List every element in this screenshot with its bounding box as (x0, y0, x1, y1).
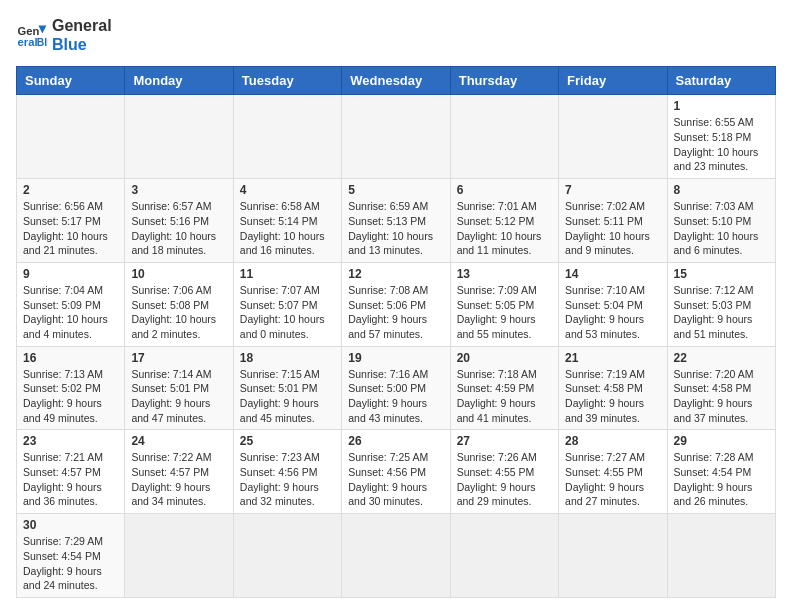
weekday-header: Friday (559, 67, 667, 95)
calendar-cell: 24Sunrise: 7:22 AM Sunset: 4:57 PM Dayli… (125, 430, 233, 514)
day-info: Sunrise: 6:56 AM Sunset: 5:17 PM Dayligh… (23, 199, 118, 258)
calendar-cell: 27Sunrise: 7:26 AM Sunset: 4:55 PM Dayli… (450, 430, 558, 514)
svg-text:eral: eral (18, 36, 38, 48)
calendar-cell: 25Sunrise: 7:23 AM Sunset: 4:56 PM Dayli… (233, 430, 341, 514)
calendar-week-row: 2Sunrise: 6:56 AM Sunset: 5:17 PM Daylig… (17, 179, 776, 263)
calendar-week-row: 16Sunrise: 7:13 AM Sunset: 5:02 PM Dayli… (17, 346, 776, 430)
day-info: Sunrise: 7:02 AM Sunset: 5:11 PM Dayligh… (565, 199, 660, 258)
day-number: 27 (457, 434, 552, 448)
day-number: 13 (457, 267, 552, 281)
calendar-cell (559, 95, 667, 179)
calendar-cell (125, 514, 233, 598)
day-info: Sunrise: 7:01 AM Sunset: 5:12 PM Dayligh… (457, 199, 552, 258)
calendar-week-row: 30Sunrise: 7:29 AM Sunset: 4:54 PM Dayli… (17, 514, 776, 598)
calendar-table: SundayMondayTuesdayWednesdayThursdayFrid… (16, 66, 776, 598)
calendar-cell: 19Sunrise: 7:16 AM Sunset: 5:00 PM Dayli… (342, 346, 450, 430)
calendar-cell: 11Sunrise: 7:07 AM Sunset: 5:07 PM Dayli… (233, 262, 341, 346)
day-number: 22 (674, 351, 769, 365)
header: Gen eral Blue General Blue (16, 16, 776, 54)
logo-general: General (52, 16, 112, 35)
day-info: Sunrise: 6:59 AM Sunset: 5:13 PM Dayligh… (348, 199, 443, 258)
day-info: Sunrise: 6:55 AM Sunset: 5:18 PM Dayligh… (674, 115, 769, 174)
day-number: 16 (23, 351, 118, 365)
logo-icon: Gen eral Blue (16, 19, 48, 51)
calendar-cell: 28Sunrise: 7:27 AM Sunset: 4:55 PM Dayli… (559, 430, 667, 514)
calendar-cell: 9Sunrise: 7:04 AM Sunset: 5:09 PM Daylig… (17, 262, 125, 346)
calendar-cell: 8Sunrise: 7:03 AM Sunset: 5:10 PM Daylig… (667, 179, 775, 263)
calendar-cell: 15Sunrise: 7:12 AM Sunset: 5:03 PM Dayli… (667, 262, 775, 346)
calendar-cell: 3Sunrise: 6:57 AM Sunset: 5:16 PM Daylig… (125, 179, 233, 263)
calendar-cell: 20Sunrise: 7:18 AM Sunset: 4:59 PM Dayli… (450, 346, 558, 430)
day-info: Sunrise: 6:57 AM Sunset: 5:16 PM Dayligh… (131, 199, 226, 258)
day-number: 2 (23, 183, 118, 197)
day-number: 19 (348, 351, 443, 365)
calendar-cell (342, 95, 450, 179)
day-info: Sunrise: 6:58 AM Sunset: 5:14 PM Dayligh… (240, 199, 335, 258)
day-number: 3 (131, 183, 226, 197)
calendar-cell: 16Sunrise: 7:13 AM Sunset: 5:02 PM Dayli… (17, 346, 125, 430)
calendar-cell (450, 95, 558, 179)
calendar-cell (450, 514, 558, 598)
calendar-cell: 26Sunrise: 7:25 AM Sunset: 4:56 PM Dayli… (342, 430, 450, 514)
calendar-cell: 5Sunrise: 6:59 AM Sunset: 5:13 PM Daylig… (342, 179, 450, 263)
calendar-cell (125, 95, 233, 179)
day-info: Sunrise: 7:12 AM Sunset: 5:03 PM Dayligh… (674, 283, 769, 342)
calendar-week-row: 23Sunrise: 7:21 AM Sunset: 4:57 PM Dayli… (17, 430, 776, 514)
svg-marker-2 (38, 26, 46, 34)
day-number: 30 (23, 518, 118, 532)
calendar-cell: 29Sunrise: 7:28 AM Sunset: 4:54 PM Dayli… (667, 430, 775, 514)
day-number: 5 (348, 183, 443, 197)
calendar-cell: 23Sunrise: 7:21 AM Sunset: 4:57 PM Dayli… (17, 430, 125, 514)
day-info: Sunrise: 7:16 AM Sunset: 5:00 PM Dayligh… (348, 367, 443, 426)
calendar-cell: 4Sunrise: 6:58 AM Sunset: 5:14 PM Daylig… (233, 179, 341, 263)
logo: Gen eral Blue General Blue (16, 16, 112, 54)
calendar-cell: 1Sunrise: 6:55 AM Sunset: 5:18 PM Daylig… (667, 95, 775, 179)
calendar-cell: 7Sunrise: 7:02 AM Sunset: 5:11 PM Daylig… (559, 179, 667, 263)
day-info: Sunrise: 7:19 AM Sunset: 4:58 PM Dayligh… (565, 367, 660, 426)
weekday-header: Saturday (667, 67, 775, 95)
day-number: 15 (674, 267, 769, 281)
day-info: Sunrise: 7:13 AM Sunset: 5:02 PM Dayligh… (23, 367, 118, 426)
calendar-week-row: 9Sunrise: 7:04 AM Sunset: 5:09 PM Daylig… (17, 262, 776, 346)
day-info: Sunrise: 7:29 AM Sunset: 4:54 PM Dayligh… (23, 534, 118, 593)
logo-blue: Blue (52, 35, 112, 54)
day-info: Sunrise: 7:18 AM Sunset: 4:59 PM Dayligh… (457, 367, 552, 426)
day-info: Sunrise: 7:04 AM Sunset: 5:09 PM Dayligh… (23, 283, 118, 342)
day-info: Sunrise: 7:25 AM Sunset: 4:56 PM Dayligh… (348, 450, 443, 509)
day-info: Sunrise: 7:23 AM Sunset: 4:56 PM Dayligh… (240, 450, 335, 509)
day-number: 7 (565, 183, 660, 197)
calendar-cell (342, 514, 450, 598)
day-info: Sunrise: 7:27 AM Sunset: 4:55 PM Dayligh… (565, 450, 660, 509)
day-number: 17 (131, 351, 226, 365)
day-info: Sunrise: 7:08 AM Sunset: 5:06 PM Dayligh… (348, 283, 443, 342)
calendar-cell: 6Sunrise: 7:01 AM Sunset: 5:12 PM Daylig… (450, 179, 558, 263)
calendar-cell: 30Sunrise: 7:29 AM Sunset: 4:54 PM Dayli… (17, 514, 125, 598)
calendar-cell: 10Sunrise: 7:06 AM Sunset: 5:08 PM Dayli… (125, 262, 233, 346)
calendar-cell: 14Sunrise: 7:10 AM Sunset: 5:04 PM Dayli… (559, 262, 667, 346)
day-number: 12 (348, 267, 443, 281)
weekday-header: Wednesday (342, 67, 450, 95)
day-number: 23 (23, 434, 118, 448)
calendar-cell: 13Sunrise: 7:09 AM Sunset: 5:05 PM Dayli… (450, 262, 558, 346)
day-info: Sunrise: 7:20 AM Sunset: 4:58 PM Dayligh… (674, 367, 769, 426)
day-info: Sunrise: 7:10 AM Sunset: 5:04 PM Dayligh… (565, 283, 660, 342)
day-info: Sunrise: 7:09 AM Sunset: 5:05 PM Dayligh… (457, 283, 552, 342)
day-number: 1 (674, 99, 769, 113)
calendar-cell (667, 514, 775, 598)
day-number: 6 (457, 183, 552, 197)
calendar-cell (233, 514, 341, 598)
svg-text:Blue: Blue (37, 37, 48, 48)
day-info: Sunrise: 7:26 AM Sunset: 4:55 PM Dayligh… (457, 450, 552, 509)
day-number: 4 (240, 183, 335, 197)
day-number: 28 (565, 434, 660, 448)
day-info: Sunrise: 7:15 AM Sunset: 5:01 PM Dayligh… (240, 367, 335, 426)
day-number: 25 (240, 434, 335, 448)
day-info: Sunrise: 7:06 AM Sunset: 5:08 PM Dayligh… (131, 283, 226, 342)
calendar-cell (559, 514, 667, 598)
day-number: 29 (674, 434, 769, 448)
day-number: 8 (674, 183, 769, 197)
calendar-cell: 17Sunrise: 7:14 AM Sunset: 5:01 PM Dayli… (125, 346, 233, 430)
weekday-header: Sunday (17, 67, 125, 95)
day-number: 10 (131, 267, 226, 281)
day-number: 20 (457, 351, 552, 365)
